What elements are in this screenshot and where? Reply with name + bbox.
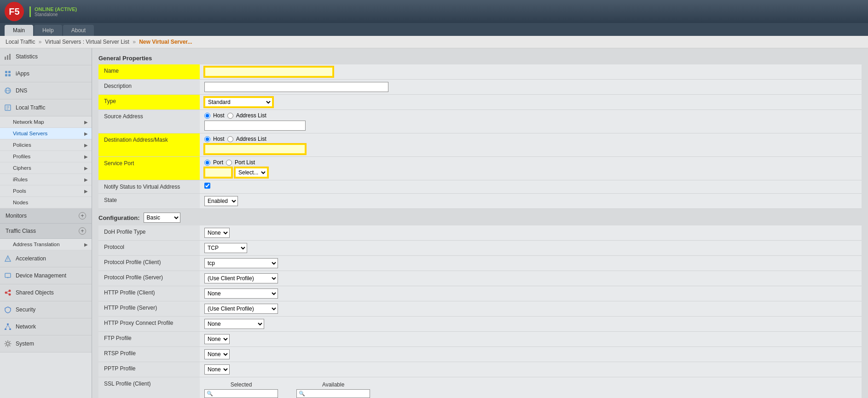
sidebar-item-acceleration[interactable]: Acceleration [0,250,92,267]
sidebar-item-statistics[interactable]: Statistics [0,48,92,65]
sidebar-item-device-management[interactable]: Device Management [0,267,92,284]
state-select[interactable]: Enabled Disabled [204,196,238,206]
protocol-select[interactable]: TCP UDP SCTP All Protocols [204,243,247,253]
ssl-profile-value-cell: Selected 🔍 « Available [200,377,862,398]
http-profile-client-select[interactable]: None [204,288,278,299]
notify-label: Notify Status to Virtual Address [98,180,200,194]
profiles-arrow: ▶ [84,154,88,159]
name-value-cell [200,64,862,80]
available-search-input[interactable] [307,391,367,397]
sidebar-item-pools[interactable]: Pools ▶ [0,185,92,197]
sidebar-dns-label: DNS [16,87,27,94]
address-translation-arrow: ▶ [84,242,88,247]
dest-addresslist-radio[interactable] [227,136,233,142]
http-profile-server-select[interactable]: (Use Client Profile) None [204,304,278,314]
pptp-profile-label: PPTP Profile [98,362,200,377]
config-type-select[interactable]: Basic Advanced [144,213,180,223]
sidebar-item-iapps[interactable]: iApps [0,65,92,82]
sidebar-item-network-map[interactable]: Network Map ▶ [0,116,92,128]
destination-input[interactable] [204,144,306,154]
service-port-select[interactable]: Select... [235,167,268,178]
http-proxy-connect-value-cell: None [200,317,862,332]
svg-rect-26 [9,329,11,330]
service-port-radio-label: Port [213,159,223,166]
sidebar-item-system[interactable]: System [0,335,92,352]
header-status: ONLINE (ACTIVE) Standalone [29,6,77,17]
http-profile-server-row: HTTP Profile (Server) (Use Client Profil… [98,301,862,317]
type-value-cell: Standard Forwarding (Layer 2) Forwarding… [200,95,862,110]
doh-profile-label: DoH Profile Type [98,225,200,241]
source-address-label: Source Address [98,110,200,133]
service-port-radio[interactable] [204,160,210,166]
protocol-profile-server-select[interactable]: (Use Client Profile) [204,273,278,283]
source-addresslist-radio[interactable] [227,113,233,119]
sidebar-item-network[interactable]: Network [0,318,92,335]
svg-line-28 [8,325,10,329]
svg-rect-4 [8,71,11,73]
available-panel: Available 🔍 /Common clientssl [296,381,370,398]
selected-search: 🔍 [204,389,278,398]
http-profile-server-label: HTTP Profile (Server) [98,301,200,317]
http-profile-server-value-cell: (Use Client Profile) None [200,301,862,317]
network-icon [4,323,12,331]
service-portlist-radio[interactable] [226,160,232,166]
tab-about[interactable]: About [63,25,94,36]
description-input[interactable] [204,82,388,92]
sidebar-item-local-traffic[interactable]: Local Traffic [0,99,92,116]
pptp-profile-select[interactable]: None [204,364,230,375]
traffic-class-expand-icon[interactable]: + [79,227,86,235]
sidebar-item-profiles[interactable]: Profiles ▶ [0,151,92,162]
sidebar-item-address-translation[interactable]: Address Translation ▶ [0,239,92,250]
sidebar-item-irules[interactable]: iRules ▶ [0,174,92,185]
irules-label: iRules [13,177,28,182]
sidebar-item-virtual-servers[interactable]: Virtual Servers ▶ [0,128,92,139]
rtsp-profile-value-cell: None [200,347,862,362]
breadcrumb-local-traffic[interactable]: Local Traffic [6,39,35,45]
policies-label: Policies [13,142,31,148]
ftp-profile-select[interactable]: None [204,334,230,344]
sidebar-item-security[interactable]: Security [0,301,92,318]
description-row: Description [98,80,862,95]
dest-host-radio[interactable] [204,136,210,142]
svg-line-27 [6,325,8,329]
pptp-profile-value-cell: None [200,362,862,377]
selected-search-input[interactable] [215,391,275,397]
chart-icon [4,52,12,61]
sidebar-item-dns[interactable]: DNS [0,82,92,99]
monitors-expand-icon[interactable]: + [79,212,86,219]
ftp-profile-row: FTP Profile None [98,332,862,347]
tab-help[interactable]: Help [34,25,62,36]
tab-main[interactable]: Main [5,25,33,36]
sidebar-item-policies[interactable]: Policies ▶ [0,139,92,151]
configuration-table: DoH Profile Type None Protocol TCP UDP S… [98,225,862,398]
protocol-profile-client-select[interactable]: tcp [204,258,278,268]
selected-search-icon: 🔍 [205,390,215,398]
sidebar-item-ciphers[interactable]: Ciphers ▶ [0,162,92,174]
sidebar-item-shared-objects[interactable]: Shared Objects [0,284,92,301]
protocol-row: Protocol TCP UDP SCTP All Protocols [98,241,862,256]
sidebar-item-nodes[interactable]: Nodes [0,197,92,208]
doh-profile-row: DoH Profile Type None [98,225,862,241]
content-area: General Properties Name Description Type… [92,48,868,398]
name-input[interactable] [204,67,333,77]
traffic-class-label: Traffic Class [6,228,36,234]
doh-profile-select[interactable]: None [204,228,230,238]
source-address-input[interactable] [204,121,306,131]
breadcrumb-virtual-servers[interactable]: Virtual Servers : Virtual Server List [45,39,129,45]
panel-buttons: « [283,395,292,398]
type-select[interactable]: Standard Forwarding (Layer 2) Forwarding… [204,97,273,107]
svg-line-23 [7,293,9,294]
ssl-profile-panel: Selected 🔍 « Available [204,381,857,398]
protocol-profile-server-row: Protocol Profile (Server) (Use Client Pr… [98,271,862,286]
traffic-icon [4,104,12,112]
source-host-radio[interactable] [204,113,210,119]
rtsp-profile-select[interactable]: None [204,349,230,359]
notify-checkbox[interactable] [204,183,210,189]
service-port-input[interactable] [204,167,232,178]
svg-point-20 [9,290,11,292]
http-proxy-connect-select[interactable]: None [204,319,264,329]
sidebar-item-monitors[interactable]: Monitors + [0,208,92,224]
nodes-label: Nodes [13,200,28,205]
acceleration-icon [4,254,12,263]
sidebar-item-traffic-class[interactable]: Traffic Class + [0,224,92,239]
